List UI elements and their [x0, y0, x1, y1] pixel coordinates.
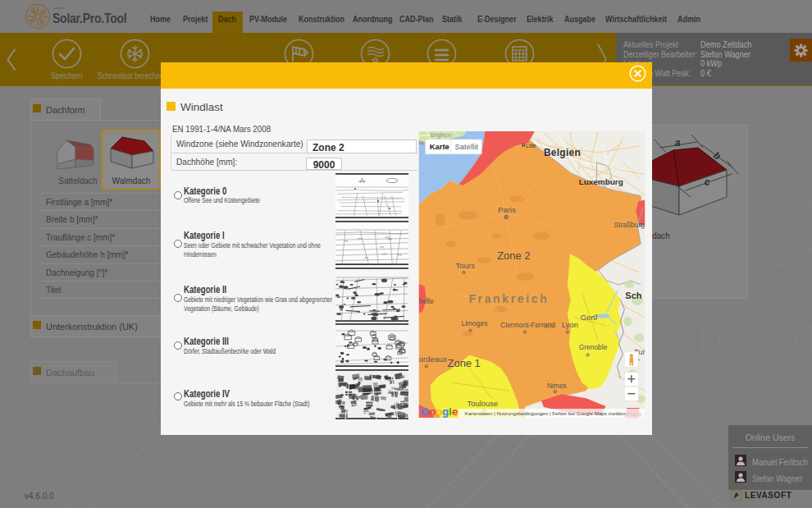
svg-text:Grenoble: Grenoble [579, 343, 608, 351]
svg-text:Zone 2: Zone 2 [497, 249, 530, 262]
svg-text:c: c [705, 176, 710, 188]
svg-text:Nimes: Nimes [547, 382, 567, 390]
svg-text:Tours: Tours [456, 261, 475, 270]
svg-text:o: o [436, 405, 442, 418]
svg-text:Belgien: Belgien [544, 147, 581, 158]
svg-text:helle: helle [419, 297, 434, 305]
svg-text:G: G [421, 405, 429, 418]
svg-text:Sch: Sch [625, 291, 641, 300]
svg-text:Frankreich: Frankreich [468, 292, 549, 305]
svg-text:Karte: Karte [430, 142, 449, 151]
svg-text:Zone 1: Zone 1 [448, 357, 481, 369]
svg-text:Kartendaten | Nutzungsbeding: Kartendaten | Nutzungsbedingungen | Fehl… [464, 410, 625, 416]
svg-text:Luxemburg: Luxemburg [579, 177, 623, 186]
svg-text:Limoges: Limoges [461, 319, 487, 327]
svg-text:Lyon: Lyon [562, 320, 578, 329]
svg-text:g: g [442, 405, 449, 418]
svg-text:Satellit: Satellit [455, 142, 479, 151]
svg-text:Toulouse: Toulouse [467, 399, 498, 408]
svg-text:ordeaux: ordeaux [419, 355, 447, 364]
svg-text:Clermont-Ferrand: Clermont-Ferrand [500, 321, 555, 329]
svg-text:Straßburg: Straßburg [614, 221, 645, 229]
svg-text:Brighton: Brighton [431, 132, 452, 139]
svg-text:Paris: Paris [498, 205, 516, 214]
svg-text:Lille: Lille [526, 143, 536, 149]
svg-text:e: e [452, 405, 458, 418]
svg-text:to: to [419, 140, 424, 145]
svg-text:a: a [675, 137, 681, 149]
